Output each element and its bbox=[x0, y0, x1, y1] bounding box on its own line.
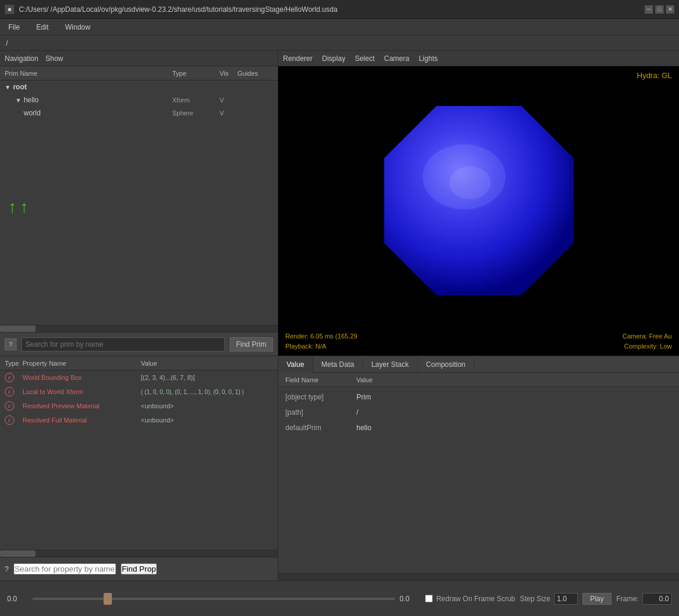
breadcrumb: / bbox=[0, 36, 679, 51]
timeline-end-value: 0.0 bbox=[400, 595, 420, 603]
prop-row-local-xform[interactable]: c Local to World Xform ( (1, 0, 0, 0), (… bbox=[0, 385, 278, 399]
hydra-label: Hydra: GL bbox=[637, 71, 672, 80]
render-info: Render: 6.05 ms (165.29 Playback: N/A bbox=[285, 331, 358, 351]
minimize-button[interactable]: ─ bbox=[645, 5, 653, 14]
vp-menu-camera[interactable]: Camera bbox=[384, 54, 410, 63]
play-button[interactable]: Play bbox=[583, 593, 612, 605]
prim-help-button[interactable]: ? bbox=[5, 338, 17, 350]
tab-value[interactable]: Value bbox=[278, 356, 313, 373]
prim-tree-scrollbar-thumb[interactable] bbox=[0, 325, 36, 332]
nav-bar: Navigation Show bbox=[0, 51, 278, 66]
redraw-checkbox[interactable] bbox=[425, 595, 433, 602]
prop-find-button[interactable]: Find Prop bbox=[121, 563, 157, 575]
nav-navigation[interactable]: Navigation bbox=[5, 54, 38, 63]
sphere-svg bbox=[372, 94, 585, 307]
detail-field-path: [path] bbox=[285, 408, 356, 417]
nav-show[interactable]: Show bbox=[46, 54, 63, 63]
prop-value-wbb: [(2, 3, 4)...(6, 7, 8)] bbox=[141, 374, 273, 381]
detail-panel: Value Meta Data Layer Stack Composition … bbox=[278, 356, 679, 580]
prim-vis-world: V bbox=[220, 109, 237, 117]
green-arrows: ↑ ↑ bbox=[8, 199, 28, 215]
prim-type-world: Sphere bbox=[172, 109, 220, 117]
detail-field-object-type: [object type] bbox=[285, 393, 356, 401]
detail-scrollbar[interactable] bbox=[278, 573, 679, 580]
timeline-thumb[interactable] bbox=[104, 593, 112, 605]
prop-help-button[interactable]: ? bbox=[5, 565, 9, 573]
detail-row-path[interactable]: [path] / bbox=[278, 405, 679, 420]
prop-type-wbb: c bbox=[5, 373, 22, 382]
maximize-button[interactable]: □ bbox=[655, 5, 664, 14]
viewport[interactable]: Hydra: GL bbox=[278, 66, 679, 356]
detail-row-defaultprim[interactable]: defaultPrim hello bbox=[278, 420, 679, 436]
tab-layerstack[interactable]: Layer Stack bbox=[363, 356, 417, 373]
left-panel: Navigation Show Prim Name Type Vis Guide… bbox=[0, 51, 278, 580]
prop-search-bar: ? Find Prop bbox=[0, 557, 278, 580]
detail-value-path: / bbox=[356, 408, 672, 417]
camera-info: Camera: Free Au Complexity: Low bbox=[622, 331, 672, 351]
menu-edit[interactable]: Edit bbox=[33, 22, 52, 33]
prop-table[interactable]: c World Bounding Box [(2, 3, 4)...(6, 7,… bbox=[0, 370, 278, 550]
frame-label: Frame: bbox=[616, 595, 639, 603]
window-title: C:/Users/ /AppData/Local/ov/pkg/usdview-… bbox=[19, 5, 645, 14]
prim-type-hello: Xform bbox=[172, 96, 220, 104]
prop-type-fm: c bbox=[5, 415, 22, 425]
step-label: Step Size bbox=[520, 595, 550, 603]
prop-value-lx: ( (1, 0, 0, 0), (0, 1, ..., 1, 0), (0, 0… bbox=[141, 389, 273, 395]
prop-row-full-mat[interactable]: c Resolved Full Material <unbound> bbox=[0, 413, 278, 427]
expand-hello-icon: ▼ bbox=[15, 97, 21, 104]
prim-label-hello: hello bbox=[24, 96, 38, 104]
step-section: Step Size 1.0 bbox=[520, 593, 577, 605]
prim-tree-scrollbar[interactable] bbox=[0, 325, 278, 332]
step-size-input[interactable]: 1.0 bbox=[554, 593, 578, 605]
prim-row-root[interactable]: ▼ root bbox=[0, 80, 278, 93]
tab-metadata[interactable]: Meta Data bbox=[313, 356, 363, 373]
camera-line1: Camera: Free Au bbox=[622, 331, 672, 341]
expand-root-icon: ▼ bbox=[5, 84, 11, 91]
col-prim-guides: Guides bbox=[237, 70, 273, 77]
arrow-up-1: ↑ bbox=[8, 199, 17, 215]
timeline: 0.0 0.0 Redraw On Frame Scrub Step Size … bbox=[0, 580, 679, 616]
detail-row-object-type[interactable]: [object type] Prim bbox=[278, 389, 679, 405]
viewport-toolbar: Renderer Display Select Camera Lights bbox=[278, 51, 679, 66]
prop-icon-wbb: c bbox=[5, 373, 14, 382]
prop-scrollbar-thumb[interactable] bbox=[0, 550, 36, 557]
detail-col-value: Value bbox=[356, 376, 672, 383]
menu-file[interactable]: File bbox=[5, 22, 23, 33]
prop-row-world-bounding-box[interactable]: c World Bounding Box [(2, 3, 4)...(6, 7,… bbox=[0, 370, 278, 385]
prop-type-lx: c bbox=[5, 387, 22, 396]
prim-label-world: world bbox=[24, 109, 41, 117]
render-line2: Playback: N/A bbox=[285, 341, 358, 351]
frame-section: Frame: 0.0 bbox=[616, 593, 672, 605]
vp-menu-lights[interactable]: Lights bbox=[419, 54, 437, 63]
col-prim-vis: Vis bbox=[220, 70, 237, 77]
prim-tree-section: Navigation Show Prim Name Type Vis Guide… bbox=[0, 51, 278, 356]
prop-table-header: Type Property Name Value bbox=[0, 356, 278, 370]
prop-name-lx: Local to World Xform bbox=[22, 388, 141, 395]
detail-field-defaultprim: defaultPrim bbox=[285, 424, 356, 432]
close-button[interactable]: ✕ bbox=[666, 5, 674, 14]
prim-row-hello[interactable]: ▼ hello Xform V bbox=[0, 93, 278, 107]
sphere-container bbox=[372, 94, 585, 307]
prim-row-world[interactable]: world Sphere V bbox=[0, 107, 278, 120]
app-icon: ■ bbox=[5, 5, 14, 14]
menu-window[interactable]: Window bbox=[62, 22, 94, 33]
prop-name-wbb: World Bounding Box bbox=[22, 374, 141, 381]
frame-input[interactable]: 0.0 bbox=[642, 593, 672, 605]
prop-col-name: Property Name bbox=[22, 360, 141, 367]
prop-icon-fm: c bbox=[5, 415, 14, 425]
vp-menu-select[interactable]: Select bbox=[355, 54, 374, 63]
prop-search-input[interactable] bbox=[14, 563, 116, 575]
col-prim-type: Type bbox=[172, 70, 220, 77]
timeline-slider[interactable] bbox=[33, 598, 395, 600]
detail-tabs: Value Meta Data Layer Stack Composition bbox=[278, 356, 679, 373]
prop-table-scrollbar[interactable] bbox=[0, 550, 278, 557]
vp-menu-display[interactable]: Display bbox=[322, 54, 345, 63]
vp-menu-renderer[interactable]: Renderer bbox=[283, 54, 313, 63]
tab-composition[interactable]: Composition bbox=[418, 356, 475, 373]
prim-tree[interactable]: ↑ ↑ ▼ root ▼ bbox=[0, 80, 278, 325]
prim-search-input[interactable] bbox=[21, 337, 225, 351]
prim-find-button[interactable]: Find Prim bbox=[230, 337, 273, 351]
prop-row-preview-mat[interactable]: c Resolved Preview Material <unbound> bbox=[0, 399, 278, 413]
timeline-start-value: 0.0 bbox=[7, 595, 28, 603]
titlebar: ■ C:/Users/ /AppData/Local/ov/pkg/usdvie… bbox=[0, 0, 679, 19]
